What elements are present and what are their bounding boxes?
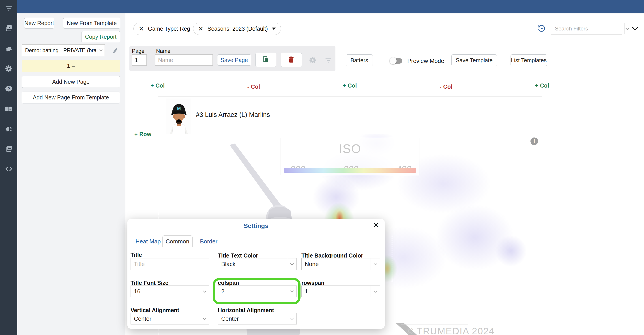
tag-icon[interactable] <box>5 44 13 52</box>
title-input[interactable] <box>130 258 209 270</box>
save-page-label: Save Page <box>220 57 248 63</box>
gallery-icon[interactable] <box>5 145 13 153</box>
chevron-down-icon <box>370 286 380 297</box>
remove-filter-icon[interactable]: ✕ <box>198 25 203 32</box>
player-name: #3 Luis Arraez (L) Marlins <box>196 111 270 118</box>
add-column-button[interactable]: + Col <box>342 82 357 89</box>
preview-mode-toggle[interactable] <box>390 58 403 64</box>
collapse-filters-chevron-icon[interactable] <box>631 25 639 33</box>
title-bg-color-select[interactable]: None <box>302 258 380 270</box>
menu-icon[interactable] <box>5 4 13 12</box>
add-new-page-label: Add New Page <box>52 78 90 85</box>
title-font-size-value: 16 <box>131 288 200 295</box>
page-list-item-label: 1 – <box>67 63 75 69</box>
save-template-label: Save Template <box>456 57 493 64</box>
remove-filter-icon[interactable]: ✕ <box>138 25 144 32</box>
copy-report-label: Copy Report <box>85 34 116 40</box>
help-icon[interactable]: ? <box>5 85 13 93</box>
info-icon[interactable]: i <box>530 138 538 145</box>
add-column-button[interactable]: + Col <box>535 82 549 89</box>
copy-page-icon <box>262 56 270 64</box>
add-new-page-from-template-label: Add New Page From Template <box>33 94 109 101</box>
page-settings-gear-icon[interactable] <box>309 56 317 64</box>
rowspan-label: rowspan <box>302 280 324 286</box>
watermark-line <box>401 324 468 324</box>
tab-common-label: Common <box>166 238 189 245</box>
chevron-down-icon <box>200 313 209 324</box>
player-card-header: M #3 Luis Arraez (L) Marlins <box>158 96 542 134</box>
close-icon[interactable]: ✕ <box>373 220 380 230</box>
tab-border[interactable]: Border <box>200 238 218 245</box>
horizontal-alignment-value: Center <box>218 315 287 322</box>
filter-chip-label: Seasons: 2023 (Default) <box>207 26 268 32</box>
add-column-button[interactable]: + Col <box>150 82 164 89</box>
chevron-down-icon <box>200 286 209 297</box>
trash-icon <box>287 56 295 64</box>
rowspan-select[interactable]: 1 <box>302 286 380 297</box>
report-select-value: Demo: batting - PRIVATE (brad... <box>22 47 97 54</box>
horizontal-alignment-select[interactable]: Center <box>218 313 297 324</box>
info-glyph: i <box>534 138 535 144</box>
title-field-label: Title <box>130 252 142 258</box>
vertical-alignment-select[interactable]: Center <box>130 313 209 324</box>
chevron-down-icon <box>287 286 296 297</box>
filter-chip-label: Game Type: Reg <box>148 26 190 32</box>
add-new-page-button[interactable]: Add New Page <box>22 76 120 88</box>
settings-modal: Settings ✕ Heat Map Common Border Title … <box>128 219 385 329</box>
code-icon[interactable] <box>5 165 13 173</box>
settings-modal-title: Settings <box>128 222 385 230</box>
title-font-size-label: Title Font Size <box>130 280 168 286</box>
svg-text:M: M <box>177 106 181 111</box>
title-font-size-select[interactable]: 16 <box>130 286 209 297</box>
colspan-select[interactable]: 2 <box>218 286 297 297</box>
edit-report-pencil-icon[interactable] <box>111 47 119 55</box>
colspan-value: 2 <box>218 288 287 295</box>
new-report-button[interactable]: New Report <box>24 18 54 29</box>
top-navigation-bar <box>17 0 644 14</box>
app-sidebar: ? <box>0 0 17 335</box>
heat-map-legend: ISO .000 .200 .400 <box>280 138 420 175</box>
page-number-input[interactable] <box>132 54 147 66</box>
filter-history-icon[interactable] <box>538 24 546 33</box>
save-template-button[interactable]: Save Template <box>452 54 497 66</box>
tab-common[interactable]: Common <box>162 235 192 247</box>
name-label: Name <box>156 48 170 54</box>
copy-page-button[interactable] <box>256 52 276 67</box>
add-new-page-from-template-button[interactable]: Add New Page From Template <box>22 92 120 104</box>
video-library-icon[interactable] <box>5 24 13 32</box>
add-row-button[interactable]: + Row <box>134 131 151 138</box>
new-report-label: New Report <box>24 20 54 26</box>
tab-heat-map[interactable]: Heat Map <box>136 238 161 245</box>
remove-column-button[interactable]: - Col <box>440 84 452 90</box>
title-text-color-select[interactable]: Black <box>218 258 297 270</box>
page-list-item-1[interactable]: 1 – <box>22 60 120 72</box>
chevron-down-icon <box>287 313 296 324</box>
report-select[interactable]: Demo: batting - PRIVATE (brad... <box>22 44 105 56</box>
colspan-label: colspan <box>218 280 239 286</box>
modal-divider <box>128 233 385 233</box>
page-filter-icon[interactable] <box>325 57 332 64</box>
save-page-button[interactable]: Save Page <box>217 54 251 66</box>
delete-page-button[interactable] <box>281 52 302 67</box>
list-templates-button[interactable]: List Templates <box>510 54 547 66</box>
rowspan-value: 1 <box>302 288 370 295</box>
page-name-input[interactable] <box>155 54 213 66</box>
list-templates-label: List Templates <box>511 57 546 64</box>
player-photo: M <box>166 98 192 134</box>
remove-column-button[interactable]: - Col <box>247 84 260 90</box>
new-from-template-label: New From Template <box>67 20 117 26</box>
preview-mode-label: Preview Mode <box>407 58 444 64</box>
title-text-color-value: Black <box>218 261 287 268</box>
announcement-icon[interactable] <box>5 125 13 133</box>
title-text-color-label: Title Text Color <box>218 252 258 259</box>
new-from-template-button[interactable]: New From Template <box>63 18 120 29</box>
batters-button[interactable]: Batters <box>346 54 373 66</box>
filter-chip-seasons[interactable]: ✕ Seasons: 2023 (Default) <box>193 22 281 35</box>
search-filters-input[interactable] <box>551 22 622 34</box>
copy-report-button[interactable]: Copy Report <box>81 31 120 42</box>
svg-text:?: ? <box>8 86 10 91</box>
search-filters-field[interactable] <box>551 26 624 32</box>
title-bg-color-label: Title Background Color <box>302 252 363 259</box>
book-icon[interactable] <box>5 105 13 113</box>
settings-gear-icon[interactable] <box>5 65 13 73</box>
